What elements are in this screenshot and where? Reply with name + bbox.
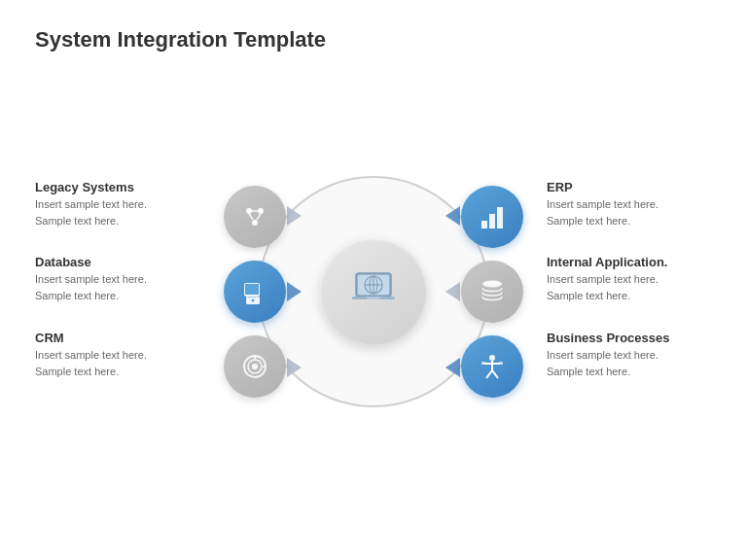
label-internal-text2: Sample text here. bbox=[547, 288, 727, 304]
label-business-text2: Sample text here. bbox=[547, 364, 727, 380]
svg-rect-23 bbox=[481, 221, 487, 228]
label-internal-text1: Insert sample text here. bbox=[547, 271, 727, 288]
node-erp bbox=[461, 186, 523, 248]
label-business-text1: Insert sample text here. bbox=[547, 347, 727, 364]
node-business bbox=[461, 335, 523, 398]
label-erp-text1: Insert sample text here. bbox=[547, 196, 717, 213]
svg-line-40 bbox=[486, 370, 492, 378]
svg-line-41 bbox=[492, 370, 498, 378]
label-legacy-text1: Insert sample text here. bbox=[35, 196, 176, 213]
label-internal: Internal Application. Insert sample text… bbox=[547, 255, 727, 303]
label-database-text1: Insert sample text here. bbox=[35, 271, 176, 288]
svg-line-18 bbox=[249, 214, 253, 220]
svg-marker-4 bbox=[445, 282, 460, 301]
center-hub bbox=[320, 238, 427, 345]
label-database-text2: Sample text here. bbox=[35, 288, 176, 304]
svg-rect-25 bbox=[497, 207, 503, 228]
node-crm bbox=[224, 335, 286, 398]
label-crm-text1: Insert sample text here. bbox=[35, 347, 176, 364]
svg-point-21 bbox=[260, 210, 263, 213]
label-crm: CRM Insert sample text here. Sample text… bbox=[35, 331, 176, 379]
svg-marker-6 bbox=[445, 358, 460, 377]
label-business-title: Business Processes bbox=[547, 331, 727, 345]
svg-point-22 bbox=[254, 222, 257, 225]
svg-rect-24 bbox=[489, 214, 495, 228]
label-erp-title: ERP bbox=[547, 180, 717, 194]
svg-rect-42 bbox=[481, 362, 485, 365]
svg-rect-43 bbox=[499, 362, 503, 365]
label-database-title: Database bbox=[35, 255, 176, 269]
svg-marker-3 bbox=[287, 282, 302, 301]
slide-title: System Integration Template bbox=[35, 27, 326, 52]
label-legacy-text2: Sample text here. bbox=[35, 213, 176, 229]
label-business: Business Processes Insert sample text he… bbox=[547, 331, 727, 379]
svg-point-20 bbox=[248, 210, 251, 213]
node-database bbox=[224, 261, 286, 323]
center-icon bbox=[348, 267, 399, 317]
label-erp: ERP Insert sample text here. Sample text… bbox=[547, 180, 717, 228]
node-legacy bbox=[224, 186, 286, 248]
svg-point-29 bbox=[252, 299, 255, 302]
svg-point-37 bbox=[489, 355, 495, 361]
svg-marker-2 bbox=[445, 206, 460, 226]
svg-rect-30 bbox=[248, 297, 258, 298]
svg-point-31 bbox=[482, 281, 502, 288]
svg-line-19 bbox=[257, 214, 261, 220]
svg-marker-5 bbox=[287, 358, 302, 377]
label-erp-text2: Sample text here. bbox=[547, 213, 717, 229]
label-crm-title: CRM bbox=[35, 331, 176, 345]
label-database: Database Insert sample text here. Sample… bbox=[35, 255, 176, 303]
label-legacy-title: Legacy Systems bbox=[35, 180, 176, 194]
svg-point-34 bbox=[252, 364, 258, 369]
label-crm-text2: Sample text here. bbox=[35, 364, 176, 380]
svg-rect-27 bbox=[245, 284, 259, 295]
node-internal bbox=[461, 261, 523, 323]
label-internal-title: Internal Application. bbox=[547, 255, 727, 269]
svg-marker-1 bbox=[287, 206, 302, 226]
label-legacy: Legacy Systems Insert sample text here. … bbox=[35, 180, 176, 228]
